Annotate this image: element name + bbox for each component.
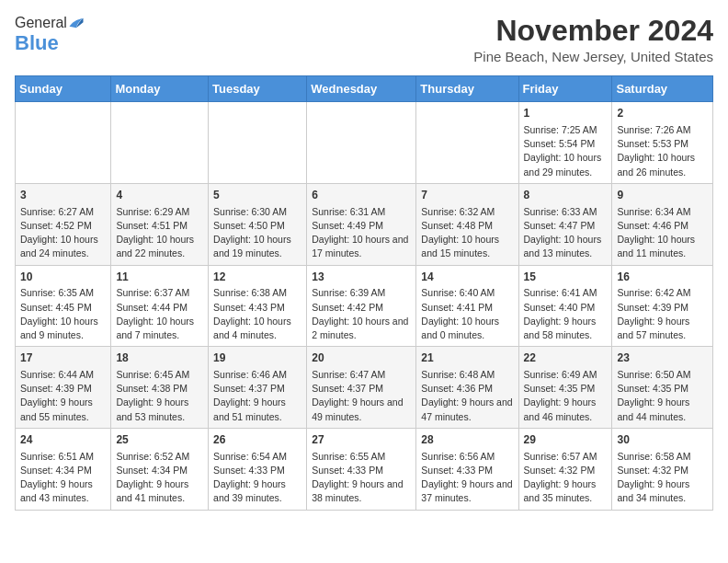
calendar-cell	[16, 102, 111, 184]
logo-blue-text: Blue	[15, 31, 59, 55]
calendar-cell: 7Sunrise: 6:32 AM Sunset: 4:48 PM Daylig…	[416, 183, 518, 265]
day-number: 20	[312, 350, 411, 366]
calendar-cell: 6Sunrise: 6:31 AM Sunset: 4:49 PM Daylig…	[307, 183, 416, 265]
day-info: Sunrise: 6:57 AM Sunset: 4:32 PM Dayligh…	[524, 450, 608, 506]
day-number: 29	[524, 432, 608, 448]
calendar-cell: 5Sunrise: 6:30 AM Sunset: 4:50 PM Daylig…	[209, 183, 307, 265]
day-info: Sunrise: 6:48 AM Sunset: 4:36 PM Dayligh…	[421, 368, 513, 424]
calendar-cell: 16Sunrise: 6:42 AM Sunset: 4:39 PM Dayli…	[612, 265, 713, 347]
logo: General Blue	[15, 15, 85, 55]
day-number: 8	[524, 188, 608, 203]
day-info: Sunrise: 6:45 AM Sunset: 4:38 PM Dayligh…	[116, 368, 203, 424]
day-info: Sunrise: 6:27 AM Sunset: 4:52 PM Dayligh…	[20, 205, 106, 261]
calendar-week-row: 10Sunrise: 6:35 AM Sunset: 4:45 PM Dayli…	[16, 265, 713, 347]
day-info: Sunrise: 6:35 AM Sunset: 4:45 PM Dayligh…	[20, 286, 106, 342]
day-number: 11	[116, 270, 203, 285]
day-info: Sunrise: 6:38 AM Sunset: 4:43 PM Dayligh…	[213, 286, 301, 342]
calendar-cell: 15Sunrise: 6:41 AM Sunset: 4:40 PM Dayli…	[518, 265, 612, 347]
calendar-cell: 19Sunrise: 6:46 AM Sunset: 4:37 PM Dayli…	[209, 347, 307, 429]
day-number: 3	[20, 188, 106, 203]
day-number: 22	[524, 350, 608, 366]
calendar-cell: 29Sunrise: 6:57 AM Sunset: 4:32 PM Dayli…	[518, 428, 612, 510]
calendar-cell	[307, 102, 416, 184]
title-area: November 2024 Pine Beach, New Jersey, Un…	[473, 15, 713, 64]
day-info: Sunrise: 6:47 AM Sunset: 4:37 PM Dayligh…	[312, 368, 411, 424]
day-info: Sunrise: 6:37 AM Sunset: 4:44 PM Dayligh…	[116, 286, 203, 342]
day-number: 4	[116, 188, 203, 203]
day-number: 14	[421, 270, 513, 285]
calendar-cell: 3Sunrise: 6:27 AM Sunset: 4:52 PM Daylig…	[16, 183, 111, 265]
day-number: 17	[20, 350, 106, 366]
day-number: 24	[20, 432, 106, 448]
day-info: Sunrise: 7:25 AM Sunset: 5:54 PM Dayligh…	[524, 123, 608, 179]
page-title: November 2024	[473, 15, 713, 47]
calendar-week-row: 24Sunrise: 6:51 AM Sunset: 4:34 PM Dayli…	[16, 428, 713, 510]
day-number: 19	[213, 350, 301, 366]
calendar-cell: 10Sunrise: 6:35 AM Sunset: 4:45 PM Dayli…	[16, 265, 111, 347]
day-info: Sunrise: 6:46 AM Sunset: 4:37 PM Dayligh…	[213, 368, 301, 424]
calendar-cell	[416, 102, 518, 184]
day-number: 5	[213, 188, 301, 203]
day-number: 9	[617, 188, 708, 203]
day-info: Sunrise: 6:40 AM Sunset: 4:41 PM Dayligh…	[421, 286, 513, 342]
calendar-cell: 12Sunrise: 6:38 AM Sunset: 4:43 PM Dayli…	[209, 265, 307, 347]
day-info: Sunrise: 6:55 AM Sunset: 4:33 PM Dayligh…	[312, 450, 411, 506]
col-header-tuesday: Tuesday	[209, 76, 307, 102]
day-info: Sunrise: 6:33 AM Sunset: 4:47 PM Dayligh…	[524, 205, 608, 261]
day-info: Sunrise: 6:56 AM Sunset: 4:33 PM Dayligh…	[421, 450, 513, 506]
day-info: Sunrise: 6:31 AM Sunset: 4:49 PM Dayligh…	[312, 205, 411, 261]
day-info: Sunrise: 6:49 AM Sunset: 4:35 PM Dayligh…	[524, 368, 608, 424]
day-number: 30	[617, 432, 708, 448]
day-number: 16	[617, 270, 708, 285]
day-number: 13	[312, 270, 411, 285]
day-number: 2	[617, 106, 708, 121]
col-header-thursday: Thursday	[416, 76, 518, 102]
day-info: Sunrise: 6:54 AM Sunset: 4:33 PM Dayligh…	[213, 450, 301, 506]
page-header: General Blue November 2024 Pine Beach, N…	[15, 15, 713, 64]
col-header-friday: Friday	[518, 76, 612, 102]
day-number: 27	[312, 432, 411, 448]
calendar-cell: 21Sunrise: 6:48 AM Sunset: 4:36 PM Dayli…	[416, 347, 518, 429]
calendar-cell: 22Sunrise: 6:49 AM Sunset: 4:35 PM Dayli…	[518, 347, 612, 429]
day-number: 15	[524, 270, 608, 285]
calendar-cell: 2Sunrise: 7:26 AM Sunset: 5:53 PM Daylig…	[612, 102, 713, 184]
day-number: 7	[421, 188, 513, 203]
day-info: Sunrise: 6:30 AM Sunset: 4:50 PM Dayligh…	[213, 205, 301, 261]
calendar-cell: 23Sunrise: 6:50 AM Sunset: 4:35 PM Dayli…	[612, 347, 713, 429]
col-header-sunday: Sunday	[16, 76, 111, 102]
calendar-week-row: 1Sunrise: 7:25 AM Sunset: 5:54 PM Daylig…	[16, 102, 713, 184]
day-number: 28	[421, 432, 513, 448]
day-number: 21	[421, 350, 513, 366]
day-number: 6	[312, 188, 411, 203]
calendar-cell: 28Sunrise: 6:56 AM Sunset: 4:33 PM Dayli…	[416, 428, 518, 510]
calendar-cell: 27Sunrise: 6:55 AM Sunset: 4:33 PM Dayli…	[307, 428, 416, 510]
calendar-cell: 4Sunrise: 6:29 AM Sunset: 4:51 PM Daylig…	[111, 183, 209, 265]
logo-bird-icon	[68, 17, 85, 29]
day-number: 12	[213, 270, 301, 285]
page-subtitle: Pine Beach, New Jersey, United States	[473, 49, 713, 64]
calendar-cell: 25Sunrise: 6:52 AM Sunset: 4:34 PM Dayli…	[111, 428, 209, 510]
calendar-cell: 9Sunrise: 6:34 AM Sunset: 4:46 PM Daylig…	[612, 183, 713, 265]
calendar-cell: 1Sunrise: 7:25 AM Sunset: 5:54 PM Daylig…	[518, 102, 612, 184]
calendar-cell: 13Sunrise: 6:39 AM Sunset: 4:42 PM Dayli…	[307, 265, 416, 347]
day-info: Sunrise: 6:52 AM Sunset: 4:34 PM Dayligh…	[116, 450, 203, 506]
day-info: Sunrise: 6:32 AM Sunset: 4:48 PM Dayligh…	[421, 205, 513, 261]
logo-general-text: General	[15, 15, 67, 31]
calendar-cell: 11Sunrise: 6:37 AM Sunset: 4:44 PM Dayli…	[111, 265, 209, 347]
day-info: Sunrise: 6:42 AM Sunset: 4:39 PM Dayligh…	[617, 286, 708, 342]
day-info: Sunrise: 6:41 AM Sunset: 4:40 PM Dayligh…	[524, 286, 608, 342]
day-number: 25	[116, 432, 203, 448]
calendar-cell: 8Sunrise: 6:33 AM Sunset: 4:47 PM Daylig…	[518, 183, 612, 265]
day-info: Sunrise: 6:34 AM Sunset: 4:46 PM Dayligh…	[617, 205, 708, 261]
day-info: Sunrise: 6:50 AM Sunset: 4:35 PM Dayligh…	[617, 368, 708, 424]
calendar-table: SundayMondayTuesdayWednesdayThursdayFrid…	[15, 75, 713, 510]
day-number: 1	[524, 106, 608, 121]
calendar-cell: 26Sunrise: 6:54 AM Sunset: 4:33 PM Dayli…	[209, 428, 307, 510]
day-info: Sunrise: 6:51 AM Sunset: 4:34 PM Dayligh…	[20, 450, 106, 506]
col-header-monday: Monday	[111, 76, 209, 102]
col-header-wednesday: Wednesday	[307, 76, 416, 102]
day-info: Sunrise: 7:26 AM Sunset: 5:53 PM Dayligh…	[617, 123, 708, 179]
calendar-cell: 14Sunrise: 6:40 AM Sunset: 4:41 PM Dayli…	[416, 265, 518, 347]
calendar-cell: 24Sunrise: 6:51 AM Sunset: 4:34 PM Dayli…	[16, 428, 111, 510]
day-number: 26	[213, 432, 301, 448]
